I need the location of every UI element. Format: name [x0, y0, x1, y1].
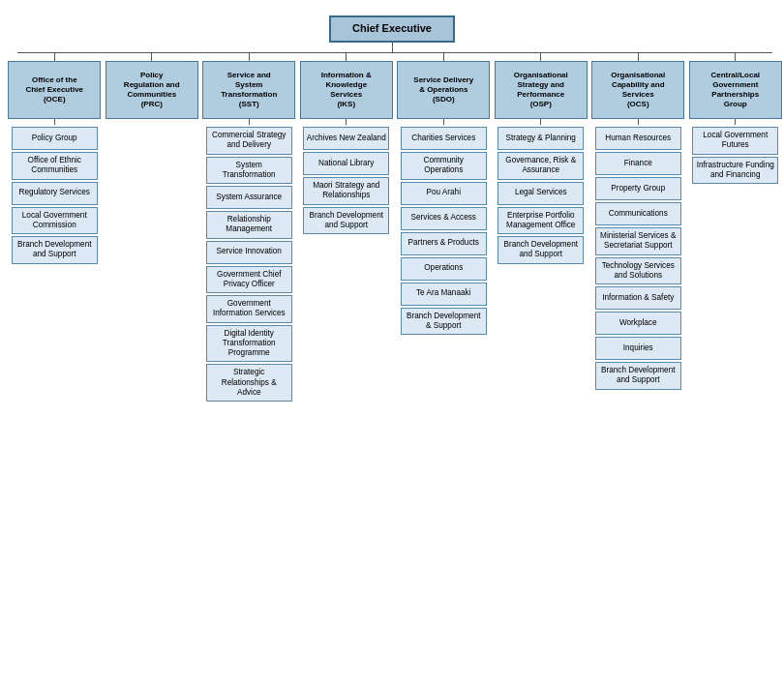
- dept-ocs: OrganisationalCapability andServices(OCS…: [590, 53, 686, 390]
- dept-iks-header: Information &KnowledgeServices(IKS): [300, 61, 393, 119]
- ocs-child-5: Ministerial Services & Secretariat Suppo…: [595, 227, 681, 255]
- dept-prc-header: PolicyRegulation andCommunities(PRC): [106, 61, 198, 119]
- sdo-child-3: Pou Arahi: [401, 182, 487, 205]
- iks-child-3: Maori Strategy and Relationships: [303, 177, 389, 205]
- ocs-child-3: Property Group: [595, 177, 681, 200]
- dept-oce-header: Office of theChief Executive(OCE): [8, 61, 101, 119]
- oce-child-1: Policy Group: [12, 127, 98, 150]
- oce-child-5: Branch Development and Support: [12, 236, 98, 264]
- clgpg-child-1: Local Government Futures: [692, 127, 778, 155]
- dept-sst: Service andSystemTransformation(SST) Com…: [201, 53, 297, 402]
- iks-child-4: Branch Development and Support: [303, 207, 389, 235]
- osp-children: Strategy & Planning Governance, Risk & A…: [494, 127, 589, 264]
- sst-child-1: Commercial Strategy and Delivery: [206, 127, 292, 155]
- oce-child-4: Local Government Commission: [12, 207, 98, 235]
- dept-sdo-header: Service Delivery& Operations(SDO): [397, 61, 490, 119]
- dept-ocs-header: OrganisationalCapability andServices(OCS…: [591, 61, 684, 119]
- oce-child-2: Office of Ethnic Communities: [12, 152, 98, 180]
- ocs-children: Human Resources Finance Property Group C…: [590, 127, 686, 390]
- clgpg-children: Local Government Futures Infrastructure …: [688, 127, 784, 184]
- ocs-child-8: Workplace: [595, 312, 681, 335]
- org-chart: Chief Executive Office of theChief Execu…: [0, 0, 784, 411]
- sst-child-2: System Transformation: [206, 157, 292, 185]
- iks-child-1: Archives New Zealand: [303, 127, 389, 150]
- osp-child-2: Governance, Risk & Assurance: [498, 152, 584, 180]
- ceo-box: Chief Executive: [329, 15, 455, 43]
- sst-child-6: Government Chief Privacy Officer: [206, 266, 292, 294]
- dept-sdo: Service Delivery& Operations(SDO) Charit…: [396, 53, 492, 335]
- osp-child-3: Legal Services: [498, 182, 584, 205]
- departments-row: Office of theChief Executive(OCE) Policy…: [4, 53, 784, 402]
- top-section: Chief Executive: [4, 10, 780, 52]
- sst-children: Commercial Strategy and Delivery System …: [201, 127, 297, 402]
- sdo-child-8: Branch Development & Support: [401, 308, 487, 336]
- ocs-child-1: Human Resources: [595, 127, 681, 150]
- dept-sst-header: Service andSystemTransformation(SST): [202, 61, 295, 119]
- sst-child-3: System Assurance: [206, 186, 292, 209]
- dept-clgpg-header: Central/LocalGovernmentPartnershipsGroup: [689, 61, 782, 119]
- oce-children: Policy Group Office of Ethnic Communitie…: [7, 127, 103, 264]
- sst-child-5: Service Innovation: [206, 241, 292, 264]
- sst-child-8: Digital Identity Transformation Programm…: [206, 325, 292, 363]
- sdo-child-5: Partners & Products: [401, 232, 487, 255]
- sdo-child-1: Charities Services: [401, 127, 487, 150]
- osp-child-4: Enterprise Portfolio Management Office: [498, 207, 584, 235]
- ocs-child-10: Branch Development and Support: [595, 362, 681, 390]
- clgpg-child-2: Infrastructure Funding and Financing: [692, 157, 778, 185]
- iks-children: Archives New Zealand National Library Ma…: [299, 127, 395, 234]
- dept-oce: Office of theChief Executive(OCE) Policy…: [7, 53, 103, 264]
- dept-osp: OrganisationalStrategy andPerformance(OS…: [494, 53, 589, 264]
- sdo-child-6: Operations: [401, 257, 487, 281]
- dept-prc: PolicyRegulation andCommunities(PRC): [105, 53, 200, 119]
- sdo-child-7: Te Ara Manaaki: [401, 283, 487, 306]
- ocs-child-7: Information & Safety: [595, 286, 681, 310]
- ocs-child-4: Communications: [595, 202, 681, 225]
- ocs-child-6: Technology Services and Solutions: [595, 257, 681, 285]
- sdo-children: Charities Services Community Operations …: [396, 127, 492, 335]
- dept-iks: Information &KnowledgeServices(IKS) Arch…: [299, 53, 395, 234]
- osp-child-5: Branch Development and Support: [498, 236, 584, 264]
- sst-child-7: Government Information Services: [206, 295, 292, 323]
- ocs-child-2: Finance: [595, 152, 681, 175]
- sst-child-4: Relationship Management: [206, 211, 292, 239]
- dept-osp-header: OrganisationalStrategy andPerformance(OS…: [495, 61, 588, 119]
- osp-child-1: Strategy & Planning: [498, 127, 584, 150]
- sdo-child-2: Community Operations: [401, 152, 487, 180]
- sdo-child-4: Services & Access: [401, 207, 487, 230]
- oce-child-3: Regulatory Services: [12, 182, 98, 205]
- dept-clgpg: Central/LocalGovernmentPartnershipsGroup…: [688, 53, 784, 184]
- sst-child-9: Strategic Relationships & Advice: [206, 364, 292, 402]
- ocs-child-9: Inquiries: [595, 337, 681, 360]
- iks-child-2: National Library: [303, 152, 389, 175]
